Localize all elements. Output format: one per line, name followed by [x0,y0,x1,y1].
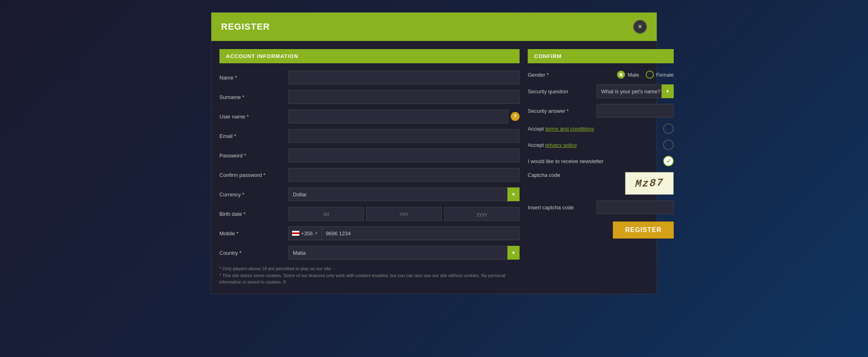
captcha-row: Captcha code Mz87 [528,172,674,195]
accept-terms-label: Accept terms and conditions [528,126,659,132]
accept-privacy-row: Accept privacy policy [528,140,674,150]
security-answer-row: Security answer * [528,104,674,118]
name-input[interactable] [288,71,520,84]
security-question-label: Security question [528,88,593,95]
mobile-flag-code: +356 ▼ [288,226,321,240]
confirm-password-input[interactable] [288,168,520,182]
currency-row: Currency * Dollar ▼ [219,187,520,201]
password-input[interactable] [288,148,520,162]
name-label: Name * [219,75,284,81]
gender-label: Gender * [528,72,593,78]
footnote-2: * This site stores some cookies. Some of… [219,272,520,286]
account-info-header: ACCOUNT INFORMATION [219,49,520,63]
surname-row: Surname * [219,90,520,104]
captcha-input[interactable] [597,200,674,214]
security-answer-input[interactable] [597,104,674,118]
username-label: User name * [219,114,284,120]
mobile-label: Mobile * [219,230,284,237]
insert-captcha-row: Insert captcha code [528,200,674,214]
currency-select-wrap: Dollar ▼ [288,187,520,201]
modal-title: REGISTER [221,22,270,32]
privacy-link[interactable]: privacy policy [545,142,577,148]
email-row: Email * [219,129,520,143]
birthdate-row: Birth date * [219,207,520,221]
newsletter-label: I would like to receive newsletter [528,158,659,164]
gender-options: Male Female [617,71,674,79]
birth-mm-input[interactable] [366,207,442,221]
left-panel: ACCOUNT INFORMATION Name * Surname * Use… [219,49,520,286]
surname-label: Surname * [219,94,284,100]
gender-male-option[interactable]: Male [617,71,639,79]
captcha-text: Mz87 [635,176,664,190]
birth-yyyy-input[interactable] [444,207,520,221]
mobile-input-wrap: +356 ▼ [288,226,520,240]
modal-header: REGISTER × [211,13,657,41]
footnote: * Only players above 18 are permitted to… [219,265,520,286]
gender-female-option[interactable]: Female [646,71,674,79]
newsletter-checkbox[interactable] [663,156,674,166]
security-question-select-wrap: What is your pet's name? ▼ [597,84,674,98]
email-label: Email * [219,133,284,139]
register-button[interactable]: REGISTER [613,222,674,239]
security-question-select[interactable]: What is your pet's name? [597,84,674,98]
confirm-password-row: Confirm password * [219,168,520,182]
birth-dd-input[interactable] [288,207,364,221]
password-label: Password * [219,153,284,159]
mobile-number-input[interactable] [321,226,520,240]
username-row: User name * ? [219,110,520,123]
country-label: Country * [219,250,284,256]
modal-body: ACCOUNT INFORMATION Name * Surname * Use… [211,41,657,294]
captcha-image: Mz87 [625,172,674,195]
accept-privacy-label: Accept privacy policy [528,142,659,148]
mobile-country-code: +356 [301,230,313,237]
mobile-dropdown-arrow-icon[interactable]: ▼ [314,231,318,235]
security-answer-label: Security answer * [528,108,593,114]
gender-male-label: Male [627,72,639,78]
confirm-header: CONFIRM [528,49,674,63]
gender-row: Gender * Male Female [528,71,674,79]
gender-female-label: Female [656,72,674,78]
accept-privacy-checkbox[interactable] [663,140,674,150]
currency-label: Currency * [219,191,284,198]
malta-flag-icon [292,231,299,236]
register-modal: REGISTER × ACCOUNT INFORMATION Name * Su… [211,12,657,294]
name-row: Name * [219,71,520,84]
terms-link[interactable]: terms and conditions [545,126,594,132]
accept-terms-checkbox[interactable] [663,123,674,134]
insert-captcha-label: Insert captcha code [528,204,593,211]
username-input[interactable] [288,110,508,123]
password-row: Password * [219,148,520,162]
country-select[interactable]: Malta [288,246,520,260]
captcha-label: Captcha code [528,172,593,178]
surname-input[interactable] [288,90,520,104]
register-btn-wrap: REGISTER [528,222,674,239]
currency-select[interactable]: Dollar [288,187,520,201]
country-row: Country * Malta ▼ [219,246,520,260]
country-select-wrap: Malta ▼ [288,246,520,260]
username-help-icon[interactable]: ? [511,112,520,121]
security-question-row: Security question What is your pet's nam… [528,84,674,98]
newsletter-row: I would like to receive newsletter [528,156,674,166]
close-button[interactable]: × [633,20,647,34]
confirm-password-label: Confirm password * [219,172,284,178]
username-input-wrap: ? [288,110,520,123]
footnote-1: * Only players above 18 are permitted to… [219,265,520,272]
gender-female-radio[interactable] [646,71,654,79]
birthdate-label: Birth date * [219,211,284,217]
right-panel: CONFIRM Gender * Male Female Securi [528,49,674,286]
birthdate-inputs [288,207,520,221]
email-input[interactable] [288,129,520,143]
gender-male-radio[interactable] [617,71,625,79]
accept-terms-row: Accept terms and conditions [528,123,674,134]
mobile-row: Mobile * +356 ▼ [219,226,520,240]
